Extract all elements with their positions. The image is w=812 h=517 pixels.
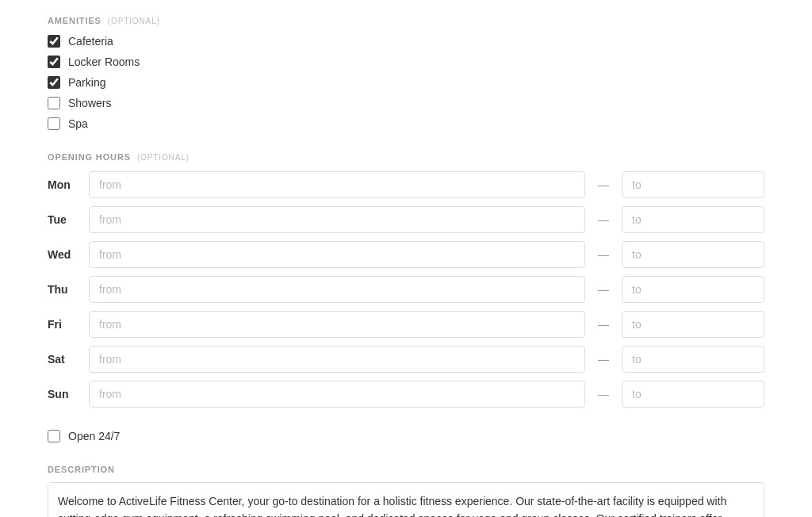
dash-wed: — xyxy=(595,248,612,261)
amenity-parking-checkbox[interactable] xyxy=(48,76,60,89)
dash-sat: — xyxy=(595,353,612,366)
hours-from-fri[interactable] xyxy=(89,311,585,338)
hours-to-sat[interactable] xyxy=(622,346,764,373)
hours-row-fri: Fri — xyxy=(48,311,764,338)
amenities-label: AMENITIES (OPTIONAL) xyxy=(48,16,764,25)
amenity-parking-label: Parking xyxy=(68,76,105,89)
hours-row-sat: Sat — xyxy=(48,346,764,373)
opening-hours-label: OPENING HOURS (OPTIONAL) xyxy=(48,152,764,162)
opening-hours-title-text: OPENING HOURS xyxy=(48,152,131,162)
amenity-spa-label: Spa xyxy=(68,117,88,130)
open-247-checkbox[interactable] xyxy=(48,430,60,442)
hours-to-wed[interactable] xyxy=(622,241,764,268)
dash-fri: — xyxy=(595,318,612,331)
dash-thu: — xyxy=(595,283,612,296)
open-247-row[interactable]: Open 24/7 xyxy=(48,430,764,442)
hours-row-wed: Wed — xyxy=(48,241,764,268)
amenity-locker-rooms-row[interactable]: Locker Rooms xyxy=(48,56,764,68)
dash-mon: — xyxy=(595,178,612,191)
hours-to-mon[interactable] xyxy=(622,171,764,198)
day-label-mon: Mon xyxy=(48,178,79,191)
amenity-showers-label: Showers xyxy=(68,97,111,109)
dash-sun: — xyxy=(595,388,612,400)
hours-to-fri[interactable] xyxy=(622,311,764,338)
amenity-locker-rooms-checkbox[interactable] xyxy=(48,56,60,68)
day-label-wed: Wed xyxy=(48,248,79,261)
amenities-title-text: AMENITIES xyxy=(48,16,102,25)
open-247-label: Open 24/7 xyxy=(68,430,120,442)
amenities-optional-text: (OPTIONAL) xyxy=(108,17,160,25)
day-label-sun: Sun xyxy=(48,388,79,400)
description-section: DESCRIPTION xyxy=(48,465,764,517)
opening-hours-optional-text: (OPTIONAL) xyxy=(137,153,190,162)
amenity-spa-checkbox[interactable] xyxy=(48,117,60,130)
hours-to-sun[interactable] xyxy=(622,381,764,408)
amenities-section: AMENITIES (OPTIONAL) Cafeteria Locker Ro… xyxy=(48,16,764,130)
hours-from-mon[interactable] xyxy=(89,171,585,198)
hours-from-sat[interactable] xyxy=(89,346,585,373)
day-label-fri: Fri xyxy=(48,318,79,331)
hours-from-thu[interactable] xyxy=(89,276,585,303)
hours-to-thu[interactable] xyxy=(622,276,764,303)
hours-row-mon: Mon — xyxy=(48,171,764,198)
amenity-cafeteria-label: Cafeteria xyxy=(68,35,113,48)
dash-tue: — xyxy=(595,213,612,226)
hours-row-thu: Thu — xyxy=(48,276,764,303)
description-label: DESCRIPTION xyxy=(48,465,764,474)
description-textarea[interactable] xyxy=(48,482,764,517)
amenity-locker-rooms-label: Locker Rooms xyxy=(68,56,140,68)
opening-hours-section: OPENING HOURS (OPTIONAL) Mon — Tue — Wed… xyxy=(48,152,764,408)
hours-from-wed[interactable] xyxy=(89,241,585,268)
amenity-parking-row[interactable]: Parking xyxy=(48,76,764,89)
amenity-cafeteria-checkbox[interactable] xyxy=(48,35,60,48)
hours-row-tue: Tue — xyxy=(48,206,764,233)
day-label-sat: Sat xyxy=(48,353,79,366)
hours-row-sun: Sun — xyxy=(48,381,764,408)
amenity-showers-checkbox[interactable] xyxy=(48,97,60,109)
hours-to-tue[interactable] xyxy=(622,206,764,233)
amenity-spa-row[interactable]: Spa xyxy=(48,117,764,130)
day-label-thu: Thu xyxy=(48,283,79,296)
hours-from-sun[interactable] xyxy=(89,381,585,408)
amenity-cafeteria-row[interactable]: Cafeteria xyxy=(48,35,764,48)
amenity-showers-row[interactable]: Showers xyxy=(48,97,764,109)
hours-from-tue[interactable] xyxy=(89,206,585,233)
day-label-tue: Tue xyxy=(48,213,79,226)
